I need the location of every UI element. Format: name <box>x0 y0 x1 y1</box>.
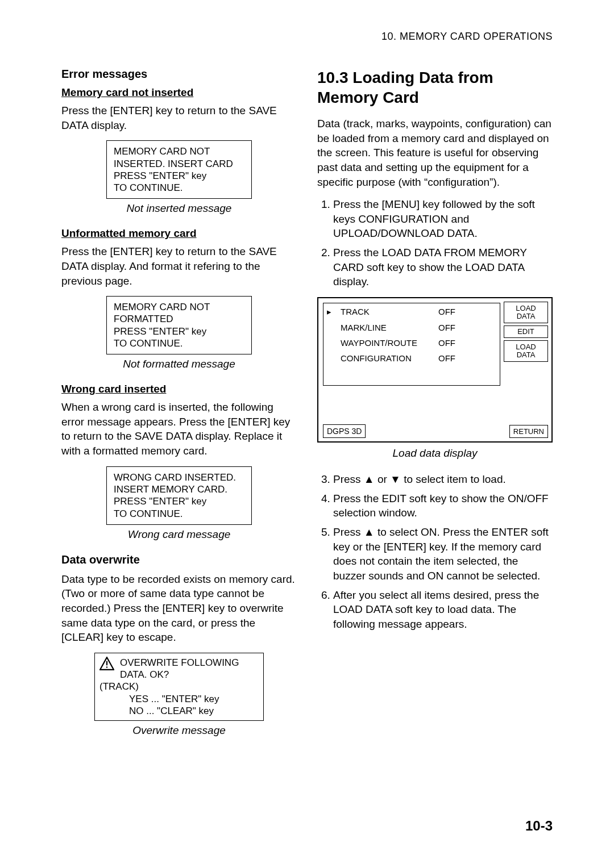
step-item: Press ▲ to select ON. Press the ENTER so… <box>333 525 553 583</box>
step-item: Press the LOAD DATA FROM MEMORY CARD sof… <box>333 245 553 289</box>
steps-list-b: Press ▲ or ▼ to select item to load. Pre… <box>317 472 553 631</box>
msg-line: TO CONTINUE. <box>114 508 244 520</box>
load-label: MARK/LINE <box>341 323 432 332</box>
cursor-icon: ▸ <box>327 307 333 317</box>
caption-load-display: Load data display <box>317 447 553 460</box>
msg-line: TO CONTINUE. <box>114 182 244 194</box>
heading-unformatted: Unformatted memory card <box>61 227 297 240</box>
load-row: WAYPOINT/ROUTE OFF <box>327 338 495 348</box>
step-item: Press ▲ or ▼ to select item to load. <box>333 472 553 487</box>
load-value: OFF <box>438 338 455 348</box>
right-column: 10.3 Loading Data from Memory Card Data … <box>317 68 553 749</box>
msg-line: WRONG CARD INSERTED. <box>114 471 244 483</box>
msgbox-not-inserted: MEMORY CARD NOT INSERTED. INSERT CARD PR… <box>106 140 252 199</box>
msg-line: INSERTED. INSERT CARD <box>114 158 244 170</box>
section-title: 10.3 Loading Data from Memory Card <box>317 68 553 107</box>
caption-unformatted: Not formatted message <box>61 358 297 370</box>
msg-line: OVERWRITE FOLLOWING <box>120 657 239 669</box>
load-list: ▸ TRACK OFF MARK/LINE OFF WAYPOINT/ROUTE… <box>323 303 500 386</box>
cursor-spacer <box>327 323 333 332</box>
msg-line: MEMORY CARD NOT <box>114 145 244 157</box>
svg-rect-2 <box>106 666 107 667</box>
msg-line: YES ... "ENTER" key <box>99 693 259 705</box>
softkey-return[interactable]: RETURN <box>509 425 548 438</box>
msgbox-unformatted: MEMORY CARD NOT FORMATTED PRESS "ENTER" … <box>106 296 252 354</box>
caption-wrong-card: Wrong card message <box>61 528 297 541</box>
heading-wrong-card: Wrong card inserted <box>61 383 297 395</box>
softkey-label: LOAD <box>505 304 546 312</box>
page-number: 10-3 <box>525 818 553 834</box>
left-column: Error messages Memory card not inserted … <box>61 68 297 749</box>
heading-error-messages: Error messages <box>61 68 297 81</box>
msgbox-overwrite: OVERWRITE FOLLOWING DATA. OK? (TRACK) YE… <box>94 653 264 721</box>
softkey-label: DATA <box>505 312 546 320</box>
msg-line: PRESS "ENTER" key <box>114 326 244 337</box>
load-label: CONFIGURATION <box>341 353 432 363</box>
heading-data-overwrite: Data overwrite <box>61 553 297 566</box>
msg-line: NO ... "CLEAR" key <box>99 705 259 717</box>
status-box: DGPS 3D <box>323 424 366 438</box>
heading-not-inserted: Memory card not inserted <box>61 86 297 99</box>
step-item: Press the [MENU] key followed by the sof… <box>333 197 553 241</box>
msg-line: MEMORY CARD NOT <box>114 301 244 313</box>
msg-line: TO CONTINUE. <box>114 337 244 349</box>
load-value: OFF <box>438 307 455 317</box>
msg-line: FORMATTED <box>114 313 244 325</box>
running-header: 10. MEMORY CARD OPERATIONS <box>61 31 553 43</box>
softkey-label: EDIT <box>517 327 534 336</box>
msg-line: INSERT MEMORY CARD. <box>114 483 244 495</box>
svg-rect-1 <box>106 661 107 666</box>
softkey-label: DATA <box>505 351 546 359</box>
cursor-spacer <box>327 338 333 348</box>
softkey-label: LOAD <box>505 343 546 351</box>
load-row: ▸ TRACK OFF <box>327 307 495 317</box>
load-data-display: ▸ TRACK OFF MARK/LINE OFF WAYPOINT/ROUTE… <box>317 297 553 443</box>
softkey-load-data[interactable]: LOAD DATA <box>504 302 548 323</box>
load-value: OFF <box>438 353 455 363</box>
warning-icon <box>99 657 114 673</box>
softkey-load-data-2[interactable]: LOAD DATA <box>504 340 548 362</box>
msg-line: PRESS "ENTER" key <box>114 495 244 507</box>
load-row: CONFIGURATION OFF <box>327 353 495 363</box>
load-value: OFF <box>438 323 455 332</box>
msg-line: (TRACK) <box>99 681 259 692</box>
cursor-spacer <box>327 353 333 363</box>
para-unformatted: Press the [ENTER] key to return to the S… <box>61 244 297 288</box>
caption-overwrite: Overwrite message <box>61 724 297 737</box>
steps-list-a: Press the [MENU] key followed by the sof… <box>317 197 553 289</box>
para-not-inserted: Press the [ENTER] key to return to the S… <box>61 103 297 132</box>
para-wrong-card: When a wrong card is inserted, the follo… <box>61 400 297 458</box>
msgbox-wrong-card: WRONG CARD INSERTED. INSERT MEMORY CARD.… <box>106 466 252 525</box>
load-label: TRACK <box>341 307 432 317</box>
para-overwrite: Data type to be recorded exists on memor… <box>61 572 297 645</box>
msg-line: DATA. OK? <box>120 669 239 681</box>
step-item: After you select all items desired, pres… <box>333 588 553 632</box>
msg-line: PRESS "ENTER" key <box>114 170 244 182</box>
load-row: MARK/LINE OFF <box>327 323 495 332</box>
load-label: WAYPOINT/ROUTE <box>341 338 432 348</box>
para-intro: Data (track, marks, waypoints, configura… <box>317 116 553 189</box>
softkeys: LOAD DATA EDIT LOAD DATA <box>504 302 548 362</box>
softkey-edit[interactable]: EDIT <box>504 326 548 338</box>
step-item: Press the EDIT soft key to show the ON/O… <box>333 491 553 520</box>
caption-not-inserted: Not inserted message <box>61 202 297 215</box>
